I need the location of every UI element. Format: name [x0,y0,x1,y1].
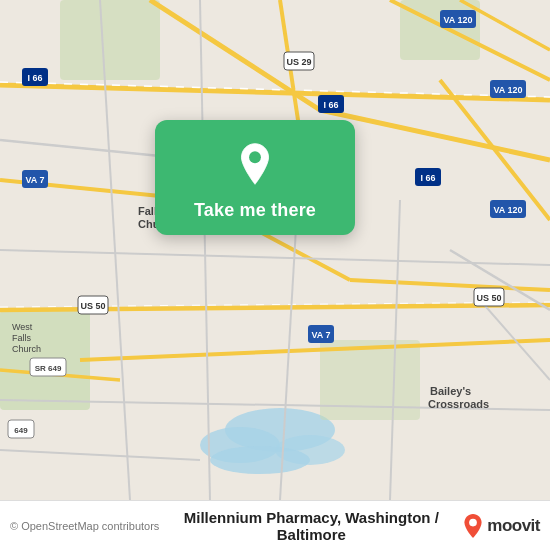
navigation-popup[interactable]: Take me there [155,120,355,235]
moovit-logo: moovit [463,514,540,538]
svg-text:US 29: US 29 [286,57,311,67]
svg-point-67 [249,151,261,163]
location-pin-icon [229,138,281,190]
svg-text:I 66: I 66 [420,173,435,183]
svg-text:US 50: US 50 [80,301,105,311]
svg-text:VA 120: VA 120 [493,205,522,215]
svg-text:649: 649 [14,426,28,435]
copyright-section: © OpenStreetMap contributors [10,520,159,532]
moovit-text: moovit [487,516,540,536]
svg-text:VA 120: VA 120 [443,15,472,25]
svg-text:Falls: Falls [12,333,32,343]
svg-text:SR 649: SR 649 [35,364,62,373]
svg-rect-7 [60,0,160,80]
svg-text:VA 7: VA 7 [25,175,44,185]
moovit-pin-icon [463,514,483,538]
bottom-bar: © OpenStreetMap contributors Millennium … [0,500,550,550]
location-name: Millennium Pharmacy, Washington / Baltim… [159,509,463,543]
svg-text:I 66: I 66 [27,73,42,83]
svg-text:VA 7: VA 7 [311,330,330,340]
svg-text:Crossroads: Crossroads [428,398,489,410]
svg-text:VA 120: VA 120 [493,85,522,95]
copyright-text: © OpenStreetMap contributors [10,520,159,532]
svg-text:I 66: I 66 [323,100,338,110]
svg-text:West: West [12,322,33,332]
svg-point-68 [469,518,477,526]
svg-point-4 [210,446,310,474]
take-me-there-label: Take me there [194,200,316,221]
svg-text:US 50: US 50 [476,293,501,303]
svg-text:Church: Church [12,344,41,354]
svg-text:Bailey's: Bailey's [430,385,471,397]
map: I 66 VA 7 US 29 I 66 VA 120 VA 120 VA 12… [0,0,550,500]
